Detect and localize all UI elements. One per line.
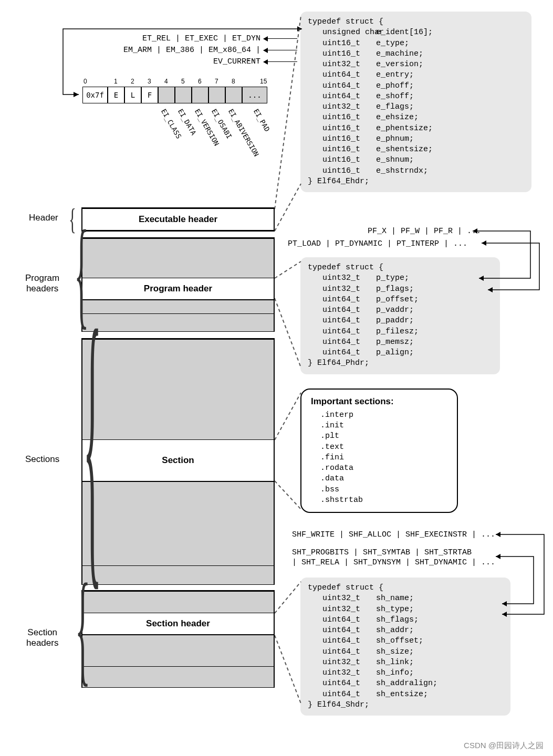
block-sections: Section <box>81 338 275 585</box>
program-header-row: Program header <box>82 278 274 300</box>
sections-title: Important sections: <box>311 396 447 408</box>
section-item: .plt <box>320 431 447 442</box>
phdr-close: } Elf64_Phdr; <box>308 358 493 369</box>
section-item: .interp <box>320 410 447 421</box>
section-item: .text <box>320 442 447 453</box>
arrow-etype <box>264 38 297 39</box>
phdr-struct: typedef struct { uint32_tp_type;uint32_t… <box>300 257 500 374</box>
svg-line-15 <box>275 481 301 509</box>
label-sections: Sections <box>25 454 59 465</box>
svg-line-14 <box>275 393 301 440</box>
shdr-open: typedef struct { <box>308 583 503 593</box>
ehdr-struct: typedef struct { unsigned chare_ident[16… <box>300 12 531 192</box>
annot-eversion: EV_CURRENT <box>155 57 260 66</box>
ehdr-close: } Elf64_Ehdr; <box>308 176 524 187</box>
arrow-eversion <box>264 61 297 62</box>
byte0: 0x7f <box>82 87 108 103</box>
watermark: CSDN @田园诗人之园 <box>464 741 544 751</box>
byte2: L <box>124 87 141 103</box>
svg-line-13 <box>275 298 301 368</box>
annot-shflags: SHF_WRITE | SHF_ALLOC | SHF_EXECINSTR | … <box>292 530 495 539</box>
label-header: Header <box>29 213 58 223</box>
phdr-open: typedef struct { <box>308 262 493 273</box>
section-item: .shstrtab <box>320 495 447 506</box>
byte1: E <box>108 87 124 103</box>
annot-shtype-l2: | SHT_RELA | SHT_DYNSYM | SHT_DYNAMIC | … <box>292 558 495 567</box>
byte7 <box>208 87 225 103</box>
byte6 <box>192 87 208 103</box>
byte4 <box>158 87 175 103</box>
svg-line-10 <box>275 16 301 209</box>
arrow-emachine <box>264 50 297 50</box>
annot-pflags: PF_X | PF_W | PF_R | ... <box>368 227 481 236</box>
section-item: .rodata <box>320 463 447 474</box>
annot-ptype: PT_LOAD | PT_DYNAMIC | PT_INTERP | ... <box>288 239 467 248</box>
block-program-headers: Program header <box>81 237 275 332</box>
section-item: .fini <box>320 453 447 463</box>
svg-line-11 <box>275 184 301 231</box>
eident-bytes: 0x7f E L F ... 0 1 2 3 4 5 6 7 8 15 EI_C… <box>82 87 267 103</box>
block-section-headers: Section header <box>81 590 275 688</box>
section-item: .init <box>320 421 447 431</box>
shdr-close: } Elf64_Shdr; <box>308 700 503 710</box>
section-header-row: Section header <box>82 613 274 635</box>
byte3: F <box>141 87 158 103</box>
section-row: Section <box>82 439 274 481</box>
svg-line-17 <box>275 635 301 704</box>
annot-shtype-l1: SHT_PROGBITS | SHT_SYMTAB | SHT_STRTAB <box>292 548 472 557</box>
sections-list: Important sections: .interp.init.plt.tex… <box>300 388 458 513</box>
section-item: .data <box>320 474 447 484</box>
byte-ell: ... <box>242 87 267 103</box>
label-program-headers: Program headers <box>25 273 59 294</box>
section-item: .bss <box>320 485 447 495</box>
svg-marker-8 <box>496 554 500 559</box>
label-section-headers: Section headers <box>26 627 58 648</box>
svg-marker-6 <box>496 532 500 537</box>
byte5 <box>175 87 192 103</box>
svg-line-16 <box>275 582 301 613</box>
svg-line-12 <box>275 261 301 278</box>
svg-marker-0 <box>74 92 79 97</box>
block-exec-header: Executable header <box>81 207 275 232</box>
svg-marker-4 <box>482 240 486 246</box>
ei-pad: EI_PAD <box>252 108 271 133</box>
ehdr-open: typedef struct { <box>308 17 524 27</box>
annot-etype: ET_REL | ET_EXEC | ET_DYN <box>135 34 260 43</box>
byte8 <box>225 87 242 103</box>
shdr-struct: typedef struct { uint32_tsh_name;uint32_… <box>300 578 510 716</box>
